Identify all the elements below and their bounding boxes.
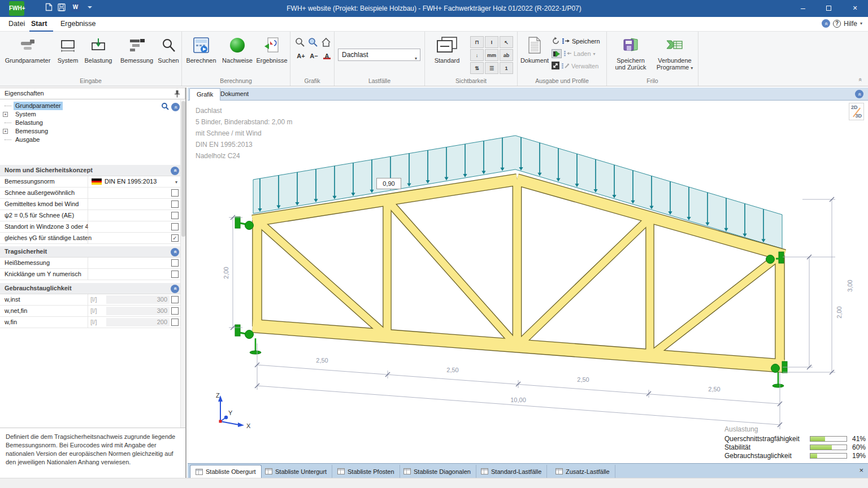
speichern-zurueck-button[interactable]: Speichernund Zurück (609, 35, 652, 71)
app-logo: FWH+ (9, 1, 24, 16)
font-color-button[interactable]: A (323, 51, 331, 59)
bottom-tabs-close-icon[interactable]: × (859, 466, 863, 475)
profile-laden-row[interactable]: Laden ▾ (552, 49, 596, 59)
ergebnisse-button[interactable]: Ergebnisse (254, 35, 289, 64)
profile-manage-icon (562, 62, 569, 71)
checkbox[interactable] (171, 296, 179, 303)
checkbox[interactable] (171, 223, 179, 230)
checkbox[interactable] (171, 259, 179, 267)
checkbox[interactable] (171, 319, 179, 326)
lastfall-select[interactable]: Dachlast ▾ (338, 49, 420, 61)
section-collapse-icon[interactable]: « (171, 167, 179, 175)
berechnen-button[interactable]: Berechnen (183, 35, 219, 64)
system-button[interactable]: System (55, 35, 80, 64)
new-document-icon[interactable] (45, 3, 53, 11)
properties-scrollbar[interactable] (180, 100, 185, 428)
info-line: mit Schnee / mit Wind (196, 128, 292, 139)
font-larger-button[interactable]: A+ (295, 51, 307, 63)
save-icon[interactable] (58, 3, 66, 11)
tree-search-icon[interactable] (161, 102, 169, 112)
tab-standard-lastfaelle[interactable]: Standard-Lastfälle (476, 465, 547, 478)
tab-stabliste-obergurt[interactable]: Stabliste Obergurt (190, 465, 262, 478)
vis-load-values-icon[interactable]: ⇅ (470, 62, 484, 74)
group-label-ausgabe: Ausgabe und Profile (518, 77, 606, 84)
checkbox[interactable] (171, 212, 179, 219)
tab-stabliste-pfosten[interactable]: Stabliste Pfosten (332, 465, 400, 478)
font-smaller-button[interactable]: A− (308, 51, 320, 63)
axis-x-label: X (246, 422, 251, 429)
vis-dimensions-icon[interactable]: mm (485, 49, 498, 61)
tab-zusatz-lastfaelle[interactable]: Zusatz-Lastfälle (550, 465, 615, 478)
ribbon-collapse-icon[interactable]: « (859, 76, 862, 84)
graphic-collapse-icon[interactable]: « (855, 90, 863, 98)
checkbox[interactable] (171, 189, 179, 197)
norm-dropdown-icon[interactable]: ▾ (175, 180, 177, 185)
maximize-button[interactable] (816, 0, 842, 17)
vis-section-icon[interactable]: I (485, 36, 498, 48)
utilization-bar (810, 453, 847, 459)
table-icon (265, 468, 272, 474)
tab-datei[interactable]: Datei (8, 17, 25, 32)
w-net-fin-value[interactable]: 300 (106, 307, 170, 315)
refresh-icon[interactable] (552, 37, 560, 46)
visibility-toggle-grid: ⊓ I ↖ ↓ mm ab ⇅ ☰ 1 (470, 36, 513, 74)
table-icon (403, 468, 411, 474)
help-dropdown-icon[interactable]: ▾ (860, 21, 862, 26)
dokument-button[interactable]: Dokument (519, 35, 550, 64)
expander-icon[interactable]: + (3, 129, 8, 134)
suchen-button[interactable]: Suchen (156, 35, 181, 64)
play-profile-icon[interactable] (552, 49, 562, 58)
profile-speichern-row[interactable]: Speichern (552, 36, 600, 46)
verbundene-programme-button[interactable]: VerbundeneProgramme ▾ (653, 35, 696, 72)
ribbon: Grundparameter System Belastung Bemessun… (0, 32, 868, 86)
section-norm[interactable]: Norm und Sicherheitskonzept « (0, 165, 182, 176)
minimize-button[interactable]: – (790, 0, 816, 17)
load-value-label[interactable]: 0,90 (376, 178, 401, 189)
laden-dropdown-icon: ▾ (593, 51, 596, 56)
checkbox[interactable] (171, 201, 179, 208)
help-icon[interactable]: ? (833, 20, 841, 28)
norm-value[interactable]: DIN EN 1995:2013 (105, 176, 157, 187)
tree-collapse-icon[interactable]: « (171, 103, 180, 111)
vis-results-icon[interactable]: ☰ (485, 62, 498, 74)
vis-labels-icon[interactable]: ab (500, 49, 513, 61)
checkbox[interactable] (171, 271, 179, 278)
tab-stabliste-diagonalen[interactable]: Stabliste Diagonalen (398, 465, 476, 478)
qat-dropdown-icon[interactable] (88, 6, 92, 8)
vis-loads-icon[interactable]: ↓ (470, 49, 484, 61)
standard-view-button[interactable]: Standard (428, 35, 466, 64)
section-collapse-icon[interactable]: « (171, 285, 179, 293)
checkbox[interactable] (171, 307, 179, 315)
vis-numbers-icon[interactable]: 1 (500, 62, 513, 74)
tab-dokument[interactable]: Dokument (214, 88, 255, 101)
expand-icon[interactable] (552, 62, 559, 71)
section-collapse-icon[interactable]: « (171, 248, 179, 256)
tab-start[interactable]: Start (31, 17, 47, 32)
combo-dropdown-icon: ▾ (415, 53, 417, 64)
section-gebrauchstauglichkeit[interactable]: Gebrauchstauglichkeit « (0, 283, 182, 294)
bemessung-button[interactable]: Bemessung (116, 35, 157, 64)
w-fin-value[interactable]: 200 (106, 318, 170, 326)
grundparameter-button[interactable]: Grundparameter (1, 35, 54, 64)
graphic-canvas[interactable]: 2,50 2,50 2,50 2,50 10,00 2,00 2,00 3,00 (188, 101, 868, 463)
title-bar: FWH+ W FWH+ website (Projekt: Beispiele … (0, 0, 868, 17)
vis-top-chord-icon[interactable]: ⊓ (470, 36, 484, 48)
nachweise-button[interactable]: Nachweise (219, 35, 255, 64)
zoom-home-icon[interactable] (321, 37, 333, 50)
zoom-window-icon[interactable] (308, 37, 320, 50)
expander-icon[interactable]: + (3, 112, 8, 117)
zoom-icon[interactable] (295, 37, 307, 50)
profile-verwalten-row[interactable]: Verwalten (552, 61, 598, 71)
tab-ergebnisse[interactable]: Ergebnisse (60, 17, 96, 32)
tab-stabliste-untergurt[interactable]: Stabliste Untergurt (260, 465, 332, 478)
checkbox[interactable]: ✓ (171, 234, 179, 242)
word-export-icon[interactable]: W (71, 2, 80, 12)
help-label[interactable]: Hilfe (844, 20, 857, 28)
belastung-button[interactable]: Belastung (81, 35, 115, 64)
collapse-ribbon-icon[interactable]: « (822, 19, 830, 28)
section-tragsicherheit[interactable]: Tragsicherheit « (0, 246, 182, 258)
w-inst-value[interactable]: 300 (106, 295, 170, 304)
close-button[interactable]: × (842, 0, 868, 17)
view-2d-3d-toggle[interactable]: 2D 3D (849, 103, 864, 120)
vis-system-icon[interactable]: ↖ (500, 36, 513, 48)
